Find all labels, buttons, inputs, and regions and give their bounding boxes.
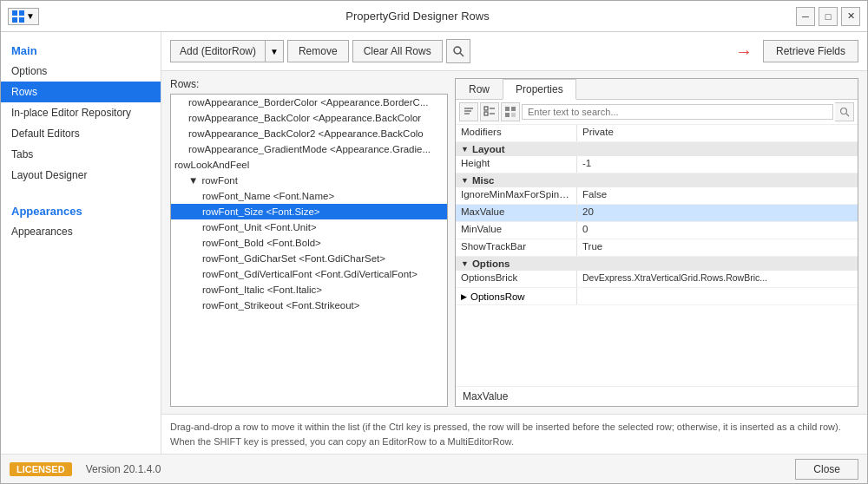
grid-icon-button[interactable]: ▼ (8, 8, 39, 25)
maximize-button[interactable]: □ (819, 7, 838, 26)
sidebar-item-rows[interactable]: Rows (1, 82, 161, 102)
minimize-button[interactable]: ─ (796, 7, 815, 26)
window-title: PropertyGrid Designer Rows (39, 10, 796, 23)
svg-point-17 (840, 108, 846, 114)
svg-rect-14 (511, 107, 516, 111)
prop-value[interactable]: -1 (577, 156, 858, 173)
props-row-maxvalue[interactable]: MaxValue 20 (456, 205, 858, 222)
info-bar: Drag-and-drop a row to move it within th… (161, 414, 867, 454)
sidebar-item-inplace[interactable]: In-place Editor Repository (1, 102, 161, 123)
sidebar-item-layout-designer[interactable]: Layout Designer (1, 165, 161, 186)
search-button[interactable] (446, 39, 470, 63)
rows-label: Rows: (170, 78, 448, 90)
rows-list[interactable]: rowAppearance_BorderColor <Appearance.Bo… (170, 94, 448, 407)
props-extra-icon (504, 106, 516, 118)
props-sort-button[interactable] (459, 102, 478, 121)
clear-rows-button[interactable]: Clear All Rows (352, 40, 443, 62)
list-item[interactable]: rowFont_Strikeout <Font.Strikeout> (171, 298, 447, 313)
tab-row[interactable]: Row (456, 79, 503, 99)
props-search-input[interactable] (522, 104, 833, 120)
max-value-bottom-label: MaxValue (456, 386, 858, 406)
props-row-optionsrow[interactable]: ▶ OptionsRow (456, 288, 858, 305)
sidebar-item-appearances[interactable]: Appearances (1, 221, 161, 242)
collapse-icon: ▼ (461, 145, 469, 154)
licensed-badge: LICENSED (10, 462, 72, 476)
props-row-modifiers[interactable]: Modifiers Private (456, 125, 858, 142)
props-section-options[interactable]: ▼ Options (456, 257, 858, 271)
prop-value-editing[interactable]: 20 (577, 205, 858, 221)
remove-button[interactable]: Remove (287, 40, 349, 62)
toolbar: Add (EditorRow) ▼ Remove Clear All Rows … (161, 32, 867, 71)
tab-properties[interactable]: Properties (503, 79, 576, 100)
expand-prop-icon[interactable]: ▶ OptionsRow (456, 288, 577, 304)
prop-value[interactable]: 0 (577, 222, 858, 239)
list-item[interactable]: rowFont_Unit <Font.Unit> (171, 219, 447, 235)
list-item[interactable]: rowFont_Bold <Font.Bold> (171, 235, 447, 251)
collapse-icon: ▼ (461, 259, 469, 268)
add-dropdown-button[interactable]: ▼ (265, 41, 283, 62)
list-item[interactable]: rowAppearance_BorderColor <Appearance.Bo… (171, 95, 447, 110)
categorize-icon (483, 106, 496, 118)
props-extra-button[interactable] (501, 102, 520, 121)
section-label: Misc (472, 175, 495, 186)
close-button[interactable]: Close (795, 459, 858, 480)
sidebar-item-default-editors[interactable]: Default Editors (1, 123, 161, 144)
props-toolbar (456, 100, 858, 125)
version-text: Version 20.1.4.0 (86, 463, 161, 475)
main-window: ▼ PropertyGrid Designer Rows ─ □ ✕ Main … (0, 0, 868, 484)
props-search-icon (835, 102, 854, 121)
props-row-minvalue[interactable]: MinValue 0 (456, 222, 858, 239)
list-group-item[interactable]: rowLookAndFeel (171, 157, 447, 173)
prop-value[interactable]: Private (577, 125, 858, 141)
sidebar-main-section: Main (1, 39, 161, 61)
add-split-button[interactable]: Add (EditorRow) ▼ (170, 40, 284, 62)
svg-line-5 (460, 53, 464, 56)
props-categorize-button[interactable] (480, 102, 499, 121)
list-item[interactable]: rowFont_Size <Font.Size> (171, 204, 447, 219)
sidebar-item-options[interactable]: Options (1, 61, 161, 82)
section-label: Layout (472, 144, 505, 154)
prop-value[interactable]: True (577, 239, 858, 256)
list-item[interactable]: rowAppearance_BackColor <Appearance.Back… (171, 110, 447, 126)
prop-value[interactable]: False (577, 187, 858, 204)
svg-rect-1 (19, 10, 24, 16)
props-row-showtrackbar[interactable]: ShowTrackBar True (456, 239, 858, 257)
list-item[interactable]: rowAppearance_BackColor2 <Appearance.Bac… (171, 126, 447, 141)
properties-tabs: Row Properties (456, 79, 858, 100)
window-close-button[interactable]: ✕ (841, 7, 860, 26)
prop-key: ShowTrackBar (456, 239, 577, 256)
svg-rect-16 (511, 113, 516, 117)
main-area: Add (EditorRow) ▼ Remove Clear All Rows … (161, 32, 867, 454)
prop-key: IgnoreMinMaxForSpinEdit (456, 187, 577, 204)
sidebar-appearances-section: Appearances (1, 199, 161, 221)
prop-key: MinValue (456, 222, 577, 239)
properties-panel: Row Properties (455, 78, 858, 407)
props-section-misc[interactable]: ▼ Misc (456, 173, 858, 187)
sidebar-item-tabs[interactable]: Tabs (1, 144, 161, 165)
props-section-layout[interactable]: ▼ Layout (456, 142, 858, 156)
list-item[interactable]: rowFont_Name <Font.Name> (171, 188, 447, 204)
add-main-button[interactable]: Add (EditorRow) (171, 41, 265, 62)
prop-key: OptionsBrick (456, 271, 577, 287)
sort-icon (463, 106, 475, 118)
prop-value[interactable]: DevExpress.XtraVerticalGrid.Rows.RowBric… (577, 271, 858, 287)
prop-key: Modifiers (456, 125, 577, 141)
list-item[interactable]: rowAppearance_GradientMode <Appearance.G… (171, 141, 447, 157)
prop-key: MaxValue (456, 205, 577, 221)
title-bar-controls: ─ □ ✕ (796, 7, 860, 26)
svg-rect-9 (484, 107, 488, 110)
status-bar: LICENSED Version 20.1.4.0 Close (1, 454, 867, 483)
props-row-height[interactable]: Height -1 (456, 156, 858, 173)
list-item[interactable]: rowFont_Italic <Font.Italic> (171, 282, 447, 298)
props-row-optionsbrick[interactable]: OptionsBrick DevExpress.XtraVerticalGrid… (456, 271, 858, 288)
props-row-ignoreminmax[interactable]: IgnoreMinMaxForSpinEdit False (456, 187, 858, 205)
retrieve-fields-button[interactable]: Retrieve Fields (763, 40, 858, 62)
prop-key: Height (456, 156, 577, 173)
expand-icon: ▼ (188, 175, 198, 186)
prop-value[interactable] (577, 288, 858, 304)
rows-panel: Rows: rowAppearance_BorderColor <Appeara… (170, 78, 448, 407)
sidebar: Main Options Rows In-place Editor Reposi… (1, 32, 161, 454)
list-item[interactable]: rowFont_GdiCharSet <Font.GdiCharSet> (171, 251, 447, 266)
list-group-item[interactable]: ▼rowFont (171, 173, 447, 188)
list-item[interactable]: rowFont_GdiVerticalFont <Font.GdiVertica… (171, 266, 447, 282)
